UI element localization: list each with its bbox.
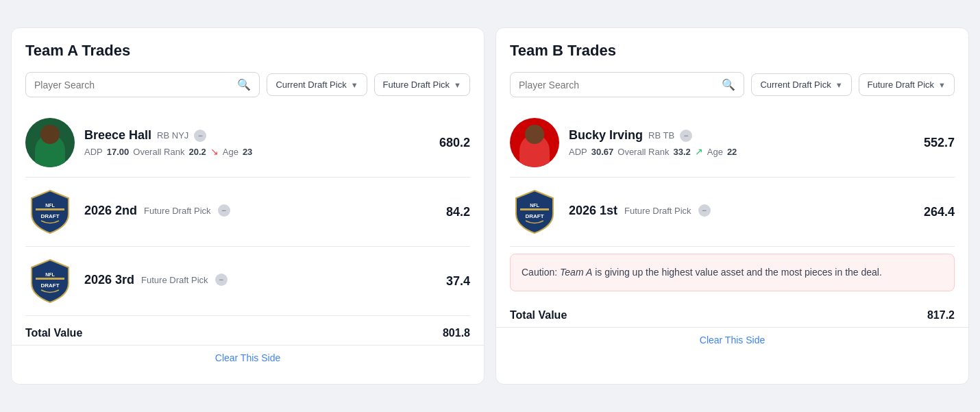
bucky-adp: 30.67 xyxy=(591,147,614,157)
svg-text:NFL: NFL xyxy=(45,203,55,208)
team-b-total-value: 817.2 xyxy=(927,309,955,322)
nfl-draft-logo-2nd: NFL DRAFT xyxy=(25,187,75,237)
avatar-breece-hall xyxy=(25,118,75,167)
caution-suffix: is giving up the highest value asset and… xyxy=(592,267,882,278)
team-b-future-draft-btn[interactable]: Future Draft Pick ▼ xyxy=(859,73,955,96)
pick-name-2nd: 2026 2nd xyxy=(84,204,137,218)
team-a-future-draft-btn[interactable]: Future Draft Pick ▼ xyxy=(374,73,470,96)
player-name-row-breece: Breece Hall RB NYJ − xyxy=(84,128,419,143)
nfl-draft-logo-3rd: NFL DRAFT xyxy=(25,256,75,306)
remove-player-breece[interactable]: − xyxy=(194,130,206,142)
adp-label-b: ADP xyxy=(569,147,587,157)
pick-type-2nd: Future Draft Pick xyxy=(144,206,211,216)
team-b-player-row-bucky: Bucky Irving RB TB − ADP 30.67 Overall R… xyxy=(510,108,955,178)
team-a-total-label: Total Value xyxy=(25,327,82,339)
remove-pick-2nd[interactable]: − xyxy=(218,204,230,217)
team-a-current-draft-btn[interactable]: Current Draft Pick ▼ xyxy=(267,73,367,96)
chevron-down-icon-2: ▼ xyxy=(454,81,461,89)
pick-name-row-3rd: 2026 3rd Future Draft Pick − xyxy=(84,273,419,287)
remove-player-bucky[interactable]: − xyxy=(680,130,692,142)
team-a-total-row: Total Value 801.8 xyxy=(25,316,470,345)
team-a-search-input[interactable] xyxy=(34,80,232,90)
bucky-rank: 33.2 xyxy=(673,147,690,157)
team-a-player-row-breece: Breece Hall RB NYJ − ADP 17.00 Overall R… xyxy=(25,108,470,178)
svg-rect-1 xyxy=(36,208,64,210)
team-a-search-box[interactable]: 🔍 xyxy=(25,72,260,97)
draft-shield-svg: NFL DRAFT xyxy=(26,188,74,236)
breece-rank: 20.2 xyxy=(188,147,206,157)
player-info-bucky: Bucky Irving RB TB − ADP 30.67 Overall R… xyxy=(569,128,904,157)
bucky-value: 552.7 xyxy=(914,136,955,150)
pick-type-1st: Future Draft Pick xyxy=(624,206,691,216)
pick-value-1st: 264.4 xyxy=(914,205,955,219)
breece-age: 23 xyxy=(243,147,252,157)
player-name-bucky: Bucky Irving xyxy=(569,128,643,143)
player-name-row-bucky: Bucky Irving RB TB − xyxy=(569,128,904,143)
pick-name-3rd: 2026 3rd xyxy=(84,273,134,287)
team-a-search-row: 🔍 Current Draft Pick ▼ Future Draft Pick… xyxy=(25,72,470,97)
pick-info-3rd: 2026 3rd Future Draft Pick − xyxy=(84,273,419,290)
chevron-down-icon-b2: ▼ xyxy=(938,81,946,89)
player-position-bucky: RB TB xyxy=(648,130,674,141)
svg-text:NFL: NFL xyxy=(530,203,539,208)
overall-rank-label-a: Overall Rank xyxy=(133,147,184,157)
trend-up-icon-bucky: ↗ xyxy=(695,146,703,157)
team-b-pick-row-1st: NFL DRAFT 2026 1st Future Draft Pick − 2… xyxy=(510,178,955,247)
search-icon-a: 🔍 xyxy=(237,78,251,91)
pick-info-2nd: 2026 2nd Future Draft Pick − xyxy=(84,204,419,221)
remove-pick-1st[interactable]: − xyxy=(698,204,711,217)
chevron-down-icon-b1: ▼ xyxy=(835,81,843,89)
panels-container: Team A Trades 🔍 Current Draft Pick ▼ Fut… xyxy=(11,27,969,385)
player-stats-breece: ADP 17.00 Overall Rank 20.2 ↘ Age 23 xyxy=(84,146,419,157)
caution-prefix: Caution: xyxy=(522,267,560,278)
team-b-current-draft-btn[interactable]: Current Draft Pick ▼ xyxy=(751,73,851,96)
team-b-search-input[interactable] xyxy=(519,80,716,90)
team-b-total-row: Total Value 817.2 xyxy=(510,298,955,327)
player-position-breece: RB NYJ xyxy=(157,130,188,141)
team-b-total-label: Total Value xyxy=(510,309,567,322)
svg-text:DRAFT: DRAFT xyxy=(40,213,59,219)
remove-pick-3rd[interactable]: − xyxy=(215,274,228,286)
team-a-clear-btn[interactable]: Clear This Side xyxy=(25,346,470,370)
trend-down-icon-breece: ↘ xyxy=(210,146,219,157)
svg-text:DRAFT: DRAFT xyxy=(525,213,543,219)
pick-name-row-1st: 2026 1st Future Draft Pick − xyxy=(569,204,904,218)
team-b-search-box[interactable]: 🔍 xyxy=(510,72,744,97)
svg-text:NFL: NFL xyxy=(45,272,55,277)
pick-name-1st: 2026 1st xyxy=(569,204,617,218)
pick-type-3rd: Future Draft Pick xyxy=(141,275,208,285)
age-label-b: Age xyxy=(707,147,723,157)
svg-text:DRAFT: DRAFT xyxy=(40,282,59,289)
bucky-age: 22 xyxy=(727,147,737,157)
team-b-clear-btn[interactable]: Clear This Side xyxy=(510,328,955,352)
draft-shield-svg-3rd: NFL DRAFT xyxy=(26,257,74,305)
pick-info-1st: 2026 1st Future Draft Pick − xyxy=(569,204,904,221)
team-a-total-value: 801.8 xyxy=(443,327,470,339)
adp-label-a: ADP xyxy=(84,147,103,157)
team-a-pick-row-2nd: NFL DRAFT 2026 2nd Future Draft Pick − 8… xyxy=(25,178,470,247)
svg-rect-7 xyxy=(520,208,549,210)
player-name-breece: Breece Hall xyxy=(84,128,151,143)
team-a-pick-row-3rd: NFL DRAFT 2026 3rd Future Draft Pick − 3… xyxy=(25,247,470,316)
team-a-panel: Team A Trades 🔍 Current Draft Pick ▼ Fut… xyxy=(11,27,485,385)
draft-shield-svg-1st: NFL DRAFT xyxy=(511,188,559,236)
player-stats-bucky: ADP 30.67 Overall Rank 33.2 ↗ Age 22 xyxy=(569,146,904,157)
breece-value: 680.2 xyxy=(429,136,470,150)
team-a-title: Team A Trades xyxy=(25,42,470,60)
caution-box: Caution: Team A is giving up the highest… xyxy=(510,254,955,291)
caution-team-italic: Team A xyxy=(560,267,592,278)
avatar-bucky-irving xyxy=(510,118,559,167)
pick-value-3rd: 37.4 xyxy=(429,274,470,289)
chevron-down-icon: ▼ xyxy=(351,81,358,89)
team-b-title: Team B Trades xyxy=(510,42,955,60)
breece-adp: 17.00 xyxy=(107,147,130,157)
player-info-breece: Breece Hall RB NYJ − ADP 17.00 Overall R… xyxy=(84,128,419,157)
svg-rect-4 xyxy=(36,278,64,280)
pick-value-2nd: 84.2 xyxy=(429,205,470,219)
team-b-search-row: 🔍 Current Draft Pick ▼ Future Draft Pick… xyxy=(510,72,955,97)
team-b-panel: Team B Trades 🔍 Current Draft Pick ▼ Fut… xyxy=(495,27,969,385)
pick-name-row-2nd: 2026 2nd Future Draft Pick − xyxy=(84,204,419,218)
overall-rank-label-b: Overall Rank xyxy=(617,147,669,157)
search-icon-b: 🔍 xyxy=(722,78,735,91)
age-label-a: Age xyxy=(223,147,238,157)
